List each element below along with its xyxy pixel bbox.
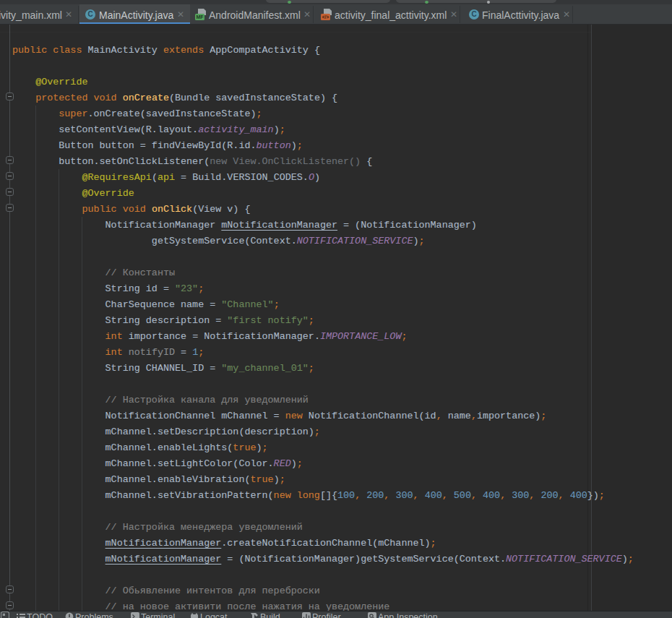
svg-text:</>: </> [322,14,329,20]
svg-text:MF: MF [196,14,204,20]
